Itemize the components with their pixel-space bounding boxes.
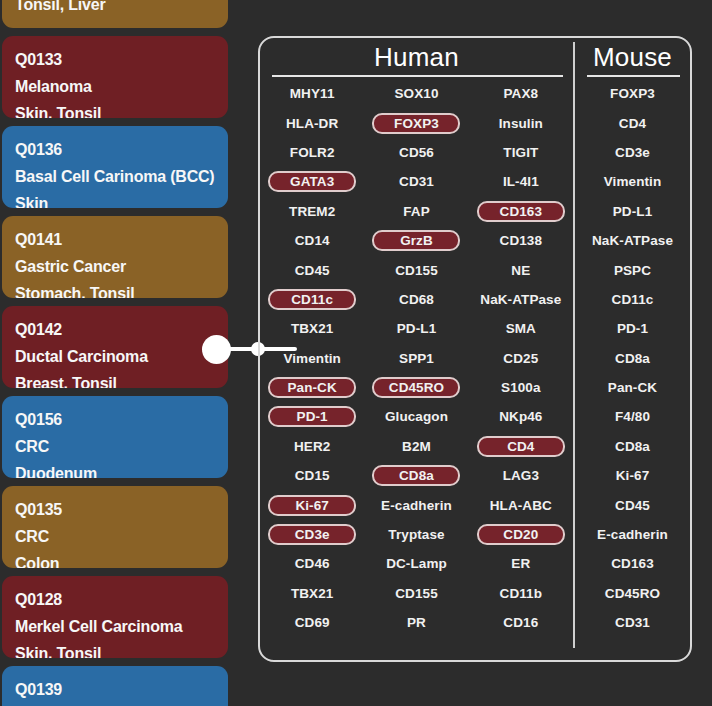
- human-marker-cd45ro[interactable]: CD45RO: [364, 373, 468, 402]
- human-marker-foxp3[interactable]: FOXP3: [364, 108, 468, 137]
- human-marker-e-cadherin: E-cadherin: [364, 490, 468, 519]
- mouse-marker-cd45: CD45: [575, 490, 690, 519]
- human-marker-cd46: CD46: [260, 549, 364, 578]
- human-marker-cd3e[interactable]: CD3e: [260, 520, 364, 549]
- human-marker-dc-lamp: DC-Lamp: [364, 549, 468, 578]
- card-line: Colon: [15, 550, 215, 568]
- human-marker-hla-abc: HLA-ABC: [469, 490, 573, 519]
- sample-card-q0142[interactable]: Q0142Ductal CarcinomaBreast, Tonsil: [2, 306, 228, 388]
- human-marker-pan-ck[interactable]: Pan-CK: [260, 373, 364, 402]
- sample-card-q0135[interactable]: Q0135CRCColon: [2, 486, 228, 568]
- selected-marker-pill[interactable]: FOXP3: [372, 113, 460, 134]
- mouse-title-underline: [587, 75, 680, 77]
- human-marker-sox10: SOX10: [364, 79, 468, 108]
- human-marker-cd25: CD25: [469, 344, 573, 373]
- human-marker-her2: HER2: [260, 432, 364, 461]
- mouse-section: Mouse FOXP3CD4CD3eVimentinPD-L1NaK-ATPas…: [575, 38, 690, 660]
- sample-card-q0139[interactable]: Q0139CRC: [2, 666, 228, 706]
- human-marker-cd155: CD155: [364, 255, 468, 284]
- human-marker-pd-1[interactable]: PD-1: [260, 402, 364, 431]
- selected-marker-pill[interactable]: CD3e: [268, 524, 356, 545]
- card-line: Tonsil, Liver: [15, 0, 215, 18]
- human-marker-tbx21: TBX21: [260, 314, 364, 343]
- mouse-section-title: Mouse: [575, 42, 690, 72]
- sample-card-list: Tonsil, LiverQ0133MelanomaSkin, TonsilQ0…: [2, 0, 228, 706]
- mouse-marker-cd8a: CD8a: [575, 432, 690, 461]
- mouse-marker-cd45ro: CD45RO: [575, 579, 690, 608]
- human-marker-cd163[interactable]: CD163: [469, 197, 573, 226]
- card-line: Skin, Tonsil: [15, 100, 215, 118]
- human-marker-nak-atpase: NaK-ATPase: [469, 285, 573, 314]
- human-marker-glucagon: Glucagon: [364, 402, 468, 431]
- sample-card-partial[interactable]: Tonsil, Liver: [2, 0, 228, 28]
- selected-marker-pill[interactable]: Pan-CK: [268, 377, 356, 398]
- mouse-marker-pd-1: PD-1: [575, 314, 690, 343]
- human-marker-cd8a[interactable]: CD8a: [364, 461, 468, 490]
- human-marker-cd155: CD155: [364, 579, 468, 608]
- human-marker-cd4[interactable]: CD4: [469, 432, 573, 461]
- card-line: Q0136: [15, 136, 215, 163]
- selected-marker-pill[interactable]: CD20: [477, 524, 565, 545]
- human-marker-cd138: CD138: [469, 226, 573, 255]
- human-marker-ki-67[interactable]: Ki-67: [260, 490, 364, 519]
- mouse-marker-cd4: CD4: [575, 108, 690, 137]
- mouse-marker-cd31: CD31: [575, 608, 690, 637]
- human-marker-insulin: Insulin: [469, 108, 573, 137]
- selected-marker-pill[interactable]: CD4: [477, 436, 565, 457]
- human-marker-lag3: LAG3: [469, 461, 573, 490]
- human-marker-cd69: CD69: [260, 608, 364, 637]
- human-marker-cd15: CD15: [260, 461, 364, 490]
- human-marker-trem2: TREM2: [260, 197, 364, 226]
- human-marker-cd68: CD68: [364, 285, 468, 314]
- card-line: Q0128: [15, 586, 215, 613]
- mouse-marker-e-cadherin: E-cadherin: [575, 520, 690, 549]
- marker-panel: Human MHY11SOX10PAX8HLA-DRFOXP3InsulinFO…: [258, 36, 692, 662]
- card-line: Q0141: [15, 226, 215, 253]
- human-title-underline: [272, 75, 563, 77]
- sample-card-q0128[interactable]: Q0128Merkel Cell CarcinomaSkin, Tonsil: [2, 576, 228, 658]
- selected-marker-pill[interactable]: GrzB: [372, 230, 460, 251]
- card-line: Merkel Cell Carcinoma: [15, 613, 215, 640]
- selected-marker-pill[interactable]: CD8a: [372, 465, 460, 486]
- human-marker-il-4i1: IL-4I1: [469, 167, 573, 196]
- card-line: CRC: [15, 523, 215, 550]
- human-marker-gata3[interactable]: GATA3: [260, 167, 364, 196]
- card-line: CRC: [15, 433, 215, 460]
- human-marker-ne: NE: [469, 255, 573, 284]
- mouse-marker-pspc: PSPC: [575, 255, 690, 284]
- sample-card-q0136[interactable]: Q0136Basal Cell Carinoma (BCC)Skin: [2, 126, 228, 208]
- selected-marker-pill[interactable]: GATA3: [268, 171, 356, 192]
- card-line: Skin: [15, 190, 215, 208]
- selected-marker-pill[interactable]: Ki-67: [268, 495, 356, 516]
- mouse-marker-cd163: CD163: [575, 549, 690, 578]
- human-marker-cd11c[interactable]: CD11c: [260, 285, 364, 314]
- mouse-marker-ki-67: Ki-67: [575, 461, 690, 490]
- card-line: Stomach, Tonsil: [15, 280, 215, 298]
- human-marker-fap: FAP: [364, 197, 468, 226]
- human-marker-tryptase: Tryptase: [364, 520, 468, 549]
- human-marker-cd31: CD31: [364, 167, 468, 196]
- mouse-marker-nak-atpase: NaK-ATPase: [575, 226, 690, 255]
- sample-card-q0156[interactable]: Q0156CRCDuodenum: [2, 396, 228, 478]
- card-line: Duodenum: [15, 460, 215, 478]
- card-line: Q0133: [15, 46, 215, 73]
- human-marker-pax8: PAX8: [469, 79, 573, 108]
- human-marker-tbx21: TBX21: [260, 579, 364, 608]
- selected-marker-pill[interactable]: CD163: [477, 201, 565, 222]
- selected-marker-pill[interactable]: CD11c: [268, 289, 356, 310]
- screen: Tonsil, LiverQ0133MelanomaSkin, TonsilQ0…: [0, 0, 712, 706]
- selected-marker-pill[interactable]: PD-1: [268, 406, 356, 427]
- card-line: Q0142: [15, 316, 215, 343]
- sample-card-q0141[interactable]: Q0141Gastric CancerStomach, Tonsil: [2, 216, 228, 298]
- selected-marker-pill[interactable]: CD45RO: [372, 377, 460, 398]
- human-marker-sma: SMA: [469, 314, 573, 343]
- card-line: Gastric Cancer: [15, 253, 215, 280]
- human-marker-mhy11: MHY11: [260, 79, 364, 108]
- human-marker-hla-dr: HLA-DR: [260, 108, 364, 137]
- human-marker-cd56: CD56: [364, 138, 468, 167]
- human-marker-b2m: B2M: [364, 432, 468, 461]
- human-section: Human MHY11SOX10PAX8HLA-DRFOXP3InsulinFO…: [260, 38, 573, 660]
- human-marker-grzb[interactable]: GrzB: [364, 226, 468, 255]
- human-marker-cd20[interactable]: CD20: [469, 520, 573, 549]
- sample-card-q0133[interactable]: Q0133MelanomaSkin, Tonsil: [2, 36, 228, 118]
